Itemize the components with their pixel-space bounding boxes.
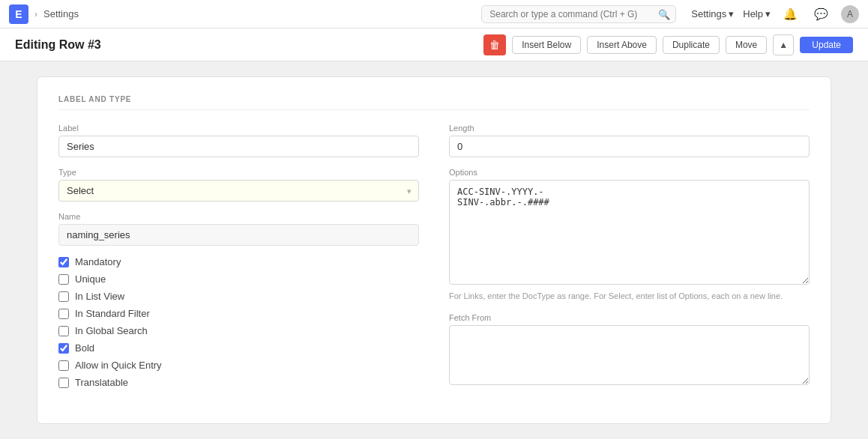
- main-content: LABEL AND TYPE Label Type Select Data Li…: [0, 61, 868, 439]
- checkbox-in-standard-filter[interactable]: In Standard Filter: [58, 308, 419, 319]
- fetch-from-label: Fetch From: [449, 313, 810, 322]
- in-standard-filter-label: In Standard Filter: [75, 308, 150, 319]
- options-field-label: Options: [449, 168, 810, 177]
- in-list-view-checkbox[interactable]: [58, 291, 69, 302]
- search-icon: 🔍: [658, 8, 670, 19]
- label-group: Label: [58, 124, 419, 157]
- insert-below-button[interactable]: Insert Below: [512, 36, 581, 54]
- update-button[interactable]: Update: [800, 37, 853, 53]
- allow-quick-entry-label: Allow in Quick Entry: [75, 360, 162, 371]
- section-label: LABEL AND TYPE: [58, 95, 810, 110]
- app-logo: E: [9, 4, 28, 24]
- label-field-label: Label: [58, 124, 419, 133]
- checkbox-unique[interactable]: Unique: [58, 273, 419, 285]
- options-textarea[interactable]: ACC-SINV-.YYYY.- SINV-.abbr.-.####: [449, 180, 810, 285]
- options-group: Options ACC-SINV-.YYYY.- SINV-.abbr.-.##…: [449, 168, 810, 303]
- edit-panel: LABEL AND TYPE Label Type Select Data Li…: [37, 76, 831, 424]
- chat-icon[interactable]: 💬: [810, 6, 832, 22]
- search-input[interactable]: [481, 5, 676, 23]
- checkbox-group: Mandatory Unique In List View In Standar…: [58, 256, 419, 388]
- in-global-search-label: In Global Search: [75, 325, 148, 336]
- mandatory-checkbox[interactable]: [58, 257, 69, 267]
- duplicate-button[interactable]: Duplicate: [663, 36, 720, 54]
- navbar-right: Settings ▾ Help ▾ 🔔 💬 A: [691, 5, 859, 23]
- length-field-label: Length: [449, 124, 810, 133]
- bold-label: Bold: [75, 342, 94, 354]
- type-select[interactable]: Select Data Link Int Float Text: [58, 180, 419, 202]
- chevron-up-icon[interactable]: ▲: [773, 34, 794, 55]
- checkbox-translatable[interactable]: Translatable: [58, 377, 419, 388]
- insert-above-button[interactable]: Insert Above: [587, 36, 657, 54]
- mandatory-label: Mandatory: [75, 256, 121, 267]
- name-value: naming_series: [58, 224, 419, 246]
- page-header: Editing Row #3 🗑 Insert Below Insert Abo…: [0, 28, 868, 61]
- checkbox-mandatory[interactable]: Mandatory: [58, 256, 419, 267]
- settings-button[interactable]: Settings ▾: [691, 8, 734, 19]
- unique-checkbox[interactable]: [58, 274, 69, 285]
- checkbox-allow-quick-entry[interactable]: Allow in Quick Entry: [58, 360, 419, 371]
- form-grid: Label Type Select Data Link Int Float Te…: [58, 124, 810, 398]
- breadcrumb-settings: Settings: [43, 8, 79, 19]
- search-wrapper: 🔍: [481, 5, 676, 23]
- checkbox-in-global-search[interactable]: In Global Search: [58, 325, 419, 336]
- breadcrumb-separator: ›: [34, 9, 37, 19]
- in-standard-filter-checkbox[interactable]: [58, 309, 69, 319]
- delete-button[interactable]: 🗑: [483, 34, 506, 55]
- checkbox-bold[interactable]: Bold: [58, 342, 419, 354]
- move-button[interactable]: Move: [726, 36, 767, 54]
- header-actions: 🗑 Insert Below Insert Above Duplicate Mo…: [483, 34, 853, 55]
- allow-quick-entry-checkbox[interactable]: [58, 360, 69, 371]
- unique-label: Unique: [75, 273, 106, 285]
- name-group: Name naming_series: [58, 212, 419, 246]
- in-list-view-label: In List View: [75, 291, 124, 302]
- length-input[interactable]: [449, 136, 810, 157]
- options-help-text: For Links, enter the DocType as range. F…: [449, 290, 810, 303]
- help-button[interactable]: Help ▾: [743, 8, 771, 19]
- type-field-label: Type: [58, 168, 419, 177]
- length-group: Length: [449, 124, 810, 157]
- bold-checkbox[interactable]: [58, 343, 69, 354]
- fetch-from-group: Fetch From: [449, 313, 810, 387]
- type-group: Type Select Data Link Int Float Text ▾: [58, 168, 419, 202]
- translatable-checkbox[interactable]: [58, 378, 69, 388]
- navbar: E › Settings 🔍 Settings ▾ Help ▾ 🔔 💬 A: [0, 0, 868, 28]
- in-global-search-checkbox[interactable]: [58, 326, 69, 336]
- name-field-label: Name: [58, 212, 419, 221]
- translatable-label: Translatable: [75, 377, 128, 388]
- fetch-from-textarea[interactable]: [449, 325, 810, 385]
- type-select-wrapper: Select Data Link Int Float Text ▾: [58, 180, 419, 202]
- notifications-icon[interactable]: 🔔: [780, 6, 801, 22]
- checkbox-in-list-view[interactable]: In List View: [58, 291, 419, 302]
- avatar: A: [841, 5, 859, 23]
- form-left-col: Label Type Select Data Link Int Float Te…: [58, 124, 419, 398]
- form-right-col: Length Options ACC-SINV-.YYYY.- SINV-.ab…: [449, 124, 810, 398]
- label-input[interactable]: [58, 136, 419, 157]
- page-title: Editing Row #3: [15, 38, 101, 52]
